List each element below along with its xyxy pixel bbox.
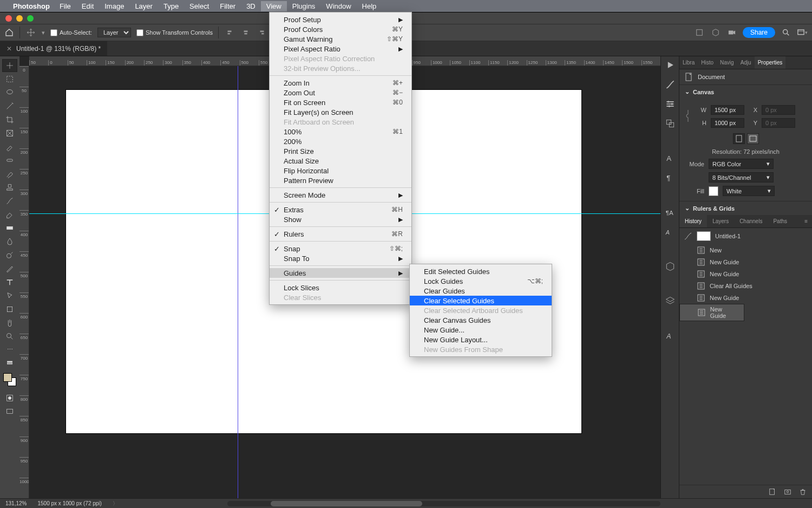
menu-help[interactable]: Help [357, 1, 382, 11]
menu-edit[interactable]: Edit [76, 1, 99, 11]
brush-tool[interactable] [2, 167, 17, 180]
gradient-tool[interactable] [2, 222, 17, 235]
workspace-icon[interactable]: ▾ [797, 27, 808, 38]
search-icon[interactable] [781, 27, 791, 38]
menu-item[interactable]: Zoom In⌘+ [270, 78, 411, 88]
para-styles-icon[interactable]: A [665, 226, 676, 237]
panel-menu-icon[interactable]: ≡ [800, 215, 812, 227]
history-state[interactable]: New [679, 244, 812, 256]
3d-icon[interactable] [665, 261, 676, 272]
history-brush-tool[interactable] [2, 194, 17, 207]
history-tab-layers[interactable]: Layers [707, 215, 734, 227]
type-tool[interactable] [2, 276, 17, 289]
close-window-icon[interactable] [5, 15, 12, 22]
new-doc-from-state-icon[interactable] [769, 488, 776, 496]
shape-tool[interactable] [2, 303, 17, 316]
doc-dims[interactable]: 1500 px x 1000 px (72 ppi) [37, 500, 101, 506]
move-tool[interactable] [2, 59, 17, 72]
history-snapshot[interactable]: Untitled-1 [679, 228, 812, 244]
orient-landscape-button[interactable] [747, 133, 759, 144]
menu-item[interactable]: ✓Extras⌘H [270, 205, 411, 214]
quick-mask-toggle[interactable] [2, 392, 17, 405]
frame-tool[interactable] [2, 127, 17, 140]
char-styles-icon[interactable]: ¶A [665, 207, 676, 218]
history-tab-paths[interactable]: Paths [768, 215, 793, 227]
orient-portrait-button[interactable] [733, 133, 745, 144]
menu-item[interactable]: Print Size [270, 146, 411, 156]
brushes-icon[interactable] [665, 79, 676, 90]
canvas-section-header[interactable]: ⌄Canvas [679, 85, 812, 99]
menu-filter[interactable]: Filter [214, 1, 241, 11]
path-select-tool[interactable] [2, 289, 17, 302]
submenu-item[interactable]: Clear Canvas Guides [410, 315, 552, 325]
menu-item[interactable]: Flip Horizontal [270, 166, 411, 175]
more-tools[interactable]: ⋯ [2, 343, 17, 356]
mode-dropdown[interactable]: RGB Color▾ [709, 159, 774, 169]
align-left-icon[interactable] [224, 27, 235, 38]
menu-item[interactable]: ✓Snap⇧⌘; [270, 244, 411, 253]
color-swatches[interactable] [3, 373, 16, 386]
guide-vertical[interactable] [238, 66, 238, 498]
status-chevron-icon[interactable]: 〉 [113, 500, 118, 507]
menu-type[interactable]: Type [158, 1, 184, 11]
move-tool-icon[interactable] [25, 27, 36, 38]
hand-tool[interactable] [2, 316, 17, 329]
app-name[interactable]: Photoshop [13, 2, 50, 10]
menu-item[interactable]: Show▶ [270, 214, 411, 224]
menu-item[interactable]: Lock Slices [270, 283, 411, 292]
play-icon[interactable] [665, 60, 676, 70]
submenu-item[interactable]: Edit Selected Guides [410, 266, 552, 276]
zoom-level[interactable]: 131,12% [5, 500, 27, 506]
menu-item[interactable]: Proof Colors⌘Y [270, 24, 411, 34]
blur-tool[interactable] [2, 235, 17, 248]
menu-plugins[interactable]: Plugins [287, 1, 321, 11]
eyedropper-tool[interactable] [2, 140, 17, 153]
wand-tool[interactable] [2, 100, 17, 113]
menu-item[interactable]: Pattern Preview [270, 175, 411, 185]
menu-item[interactable]: Zoom Out⌘− [270, 88, 411, 97]
clone-icon[interactable] [665, 118, 676, 129]
depth-dropdown[interactable]: 8 Bits/Channel▾ [709, 172, 774, 183]
marquee-tool[interactable] [2, 73, 17, 86]
fill-dropdown[interactable]: White▾ [723, 186, 775, 196]
delete-state-icon[interactable] [799, 488, 807, 496]
heal-tool[interactable] [2, 154, 17, 167]
menu-3d[interactable]: 3D [241, 1, 261, 11]
history-state[interactable]: New Guide [679, 268, 812, 280]
menu-view[interactable]: View [261, 1, 287, 11]
menu-item[interactable]: 100%⌘1 [270, 127, 411, 136]
submenu-item[interactable]: New Guide Layout... [410, 335, 552, 344]
menu-item[interactable]: Fit Layer(s) on Screen [270, 107, 411, 117]
menu-layer[interactable]: Layer [129, 1, 158, 11]
history-state[interactable]: New Guide [679, 292, 812, 304]
width-input[interactable] [711, 105, 744, 115]
menu-item[interactable]: Gamut Warning⇧⌘Y [270, 34, 411, 44]
menu-item[interactable]: 200% [270, 136, 411, 146]
minimize-window-icon[interactable] [16, 15, 23, 22]
glyph-icon[interactable]: A [665, 330, 676, 341]
zoom-tool[interactable] [2, 330, 17, 343]
history-state[interactable]: New Guide [679, 256, 812, 268]
history-tab-channels[interactable]: Channels [734, 215, 768, 227]
panel-tab-navig[interactable]: Navig [717, 56, 737, 69]
menu-file[interactable]: File [54, 1, 76, 11]
panel-tab-properties[interactable]: Properties [755, 56, 786, 69]
menu-item[interactable]: Snap To▶ [270, 253, 411, 263]
menu-item[interactable]: Guides▶ [270, 268, 411, 278]
paragraph-icon[interactable]: ¶ [665, 172, 676, 183]
submenu-item[interactable]: New Guide... [410, 325, 552, 335]
height-input[interactable] [711, 118, 744, 128]
submenu-item[interactable]: Lock Guides⌥⌘; [410, 276, 552, 286]
layers-icon[interactable] [665, 296, 676, 307]
crop-tool[interactable] [2, 113, 17, 126]
menu-item[interactable]: Pixel Aspect Ratio▶ [270, 44, 411, 54]
hscrollbar[interactable] [227, 501, 660, 506]
history-tab-history[interactable]: History [679, 215, 707, 227]
panel-tab-adju[interactable]: Adju [737, 56, 755, 69]
stamp-tool[interactable] [2, 181, 17, 194]
rulers-section-header[interactable]: ⌄Rulers & Grids [679, 201, 812, 215]
align-right-icon[interactable] [257, 27, 267, 38]
menu-item[interactable]: Screen Mode▶ [270, 190, 411, 200]
menu-item[interactable]: Proof Setup▶ [270, 15, 411, 24]
fill-swatch[interactable] [709, 186, 718, 196]
